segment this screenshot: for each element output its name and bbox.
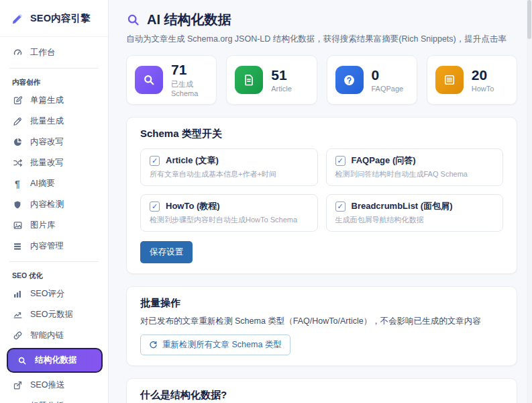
stat-value: 51 [271, 68, 292, 83]
sidebar-item-content-check[interactable]: 内容检测 [0, 194, 108, 215]
divider [9, 68, 99, 69]
search-icon [135, 66, 163, 94]
sidebar-item-smart-links[interactable]: 智能内链 [0, 325, 108, 346]
section-label-seo: SEO 优化 [0, 267, 108, 283]
toggle-article: Article (文章) 所有文章自动生成基本信息+作者+时间 [140, 148, 318, 186]
sidebar-item-seo-metadata[interactable]: SEO元数据 [0, 304, 108, 325]
scrollbar-thumb[interactable] [527, 0, 531, 39]
stat-value: 20 [472, 68, 494, 83]
toggle-label: HowTo (教程) [166, 201, 220, 212]
pencil-icon [11, 12, 24, 25]
sidebar-item-structured-data[interactable]: 结构化数据 [7, 348, 103, 373]
schema-switches-title: Schema 类型开关 [140, 128, 503, 140]
checkbox-checked-icon[interactable] [150, 202, 160, 212]
toggle-label: Article (文章) [166, 155, 219, 166]
schema-switches-card: Schema 类型开关 Article (文章) 所有文章自动生成基本信息+作者… [126, 117, 517, 274]
sidebar-item-image-library[interactable]: 图片库 [0, 215, 108, 236]
search-icon [17, 356, 28, 365]
shield-icon [12, 200, 23, 210]
sidebar-item-batch-rewrite[interactable]: 批量改写 [0, 152, 108, 173]
file-icon [235, 66, 263, 94]
link-icon [12, 330, 23, 341]
line-chart-icon [12, 310, 23, 320]
stat-card-schema: 71 已生成Schema [126, 55, 217, 105]
stat-label: 已生成Schema [171, 79, 208, 97]
sidebar-item-label: AI摘要 [30, 178, 55, 189]
page-subtitle: 自动为文章生成 Schema.org JSON-LD 结构化数据，获得搜索结果富… [126, 34, 517, 45]
toggle-desc: 检测到步骤型内容时自动生成HowTo Schema [150, 215, 309, 225]
sidebar-item-label: 标题分析 [30, 400, 64, 403]
checkbox-checked-icon[interactable] [335, 156, 345, 166]
list-icon [12, 242, 23, 251]
batch-operations-card: 批量操作 对已发布的文章重新检测 Schema 类型（FAQ/HowTo/Art… [126, 286, 517, 366]
sidebar-item-label: 工作台 [30, 47, 56, 58]
refresh-icon [149, 341, 158, 349]
toggle-desc: 生成面包屑导航结构化数据 [335, 215, 494, 225]
scrollbar-track[interactable] [527, 0, 532, 403]
pilcrow-icon: ¶ [12, 179, 23, 189]
stat-card-article: 51 Article [226, 55, 317, 105]
stat-card-howto: 20 HowTo [427, 55, 517, 105]
redetect-schema-button[interactable]: 重新检测所有文章 Schema 类型 [140, 334, 290, 355]
shuffle-icon [12, 158, 23, 168]
image-icon [12, 220, 23, 230]
save-settings-button[interactable]: 保存设置 [140, 241, 193, 263]
stat-label: FAQPage [372, 85, 404, 93]
sidebar-item-label: 图片库 [30, 220, 56, 231]
toggle-label: FAQPage (问答) [352, 155, 416, 166]
howto-list-icon [435, 66, 464, 94]
sidebar-item-batch-generate[interactable]: 批量生成 [0, 111, 108, 132]
page-title-row: AI 结构化数据 [126, 11, 517, 29]
sidebar-item-label: 内容检测 [30, 199, 64, 210]
sidebar-item-label: SEO元数据 [30, 309, 73, 320]
sidebar-item-ai-summary[interactable]: ¶ AI摘要 [0, 173, 108, 194]
toggle-desc: 检测到问答结构时自动生成FAQ Schema [335, 169, 494, 179]
stat-label: HowTo [472, 85, 494, 93]
sidebar-item-seo-push[interactable]: SEO推送 [0, 375, 108, 396]
toggle-breadcrumblist: BreadcrumbList (面包屑) 生成面包屑导航结构化数据 [326, 194, 504, 232]
sidebar-item-content-manage[interactable]: 内容管理 [0, 236, 108, 257]
stat-card-faqpage: 0 FAQPage [327, 55, 417, 105]
gauge-icon [12, 48, 23, 58]
stats-row: 71 已生成Schema 51 Article 0 FAQPage [126, 55, 517, 105]
sidebar-item-label: 结构化数据 [35, 355, 77, 366]
sidebar-item-single-generate[interactable]: 单篇生成 [0, 90, 108, 111]
stat-value: 71 [171, 62, 208, 77]
share-icon [12, 380, 23, 390]
section-label-content: 内容创作 [0, 73, 108, 90]
toggle-label: BreadcrumbList (面包屑) [352, 201, 453, 212]
sidebar-nav: 工作台 内容创作 单篇生成 批量生成 内容改写 批量改写 [0, 37, 108, 403]
sidebar-item-label: 批量改写 [30, 157, 64, 169]
sidebar-item-label: SEO推送 [30, 379, 64, 391]
toggle-desc: 所有文章自动生成基本信息+作者+时间 [150, 169, 309, 179]
sidebar-item-label: 内容管理 [30, 240, 64, 252]
pie-icon [12, 137, 23, 147]
sidebar: SEO内容引擎 工作台 内容创作 单篇生成 批量生成 内容 [0, 0, 109, 403]
sidebar-item-label: 单篇生成 [30, 95, 64, 106]
bar-chart-icon [12, 289, 23, 299]
batch-title: 批量操作 [140, 297, 503, 310]
pen-square-icon [12, 95, 23, 105]
sidebar-item-workspace[interactable]: 工作台 [0, 42, 108, 63]
about-structured-data-card: 什么是结构化数据? 结构化数据(Structured Data)是一种让搜索引擎… [126, 378, 517, 403]
checkbox-checked-icon[interactable] [335, 202, 345, 212]
sidebar-item-label: 智能内链 [30, 330, 64, 341]
sidebar-item-label: 内容改写 [30, 136, 64, 148]
stat-value: 0 [372, 68, 404, 83]
stat-label: Article [271, 85, 292, 93]
toggle-faqpage: FAQPage (问答) 检测到问答结构时自动生成FAQ Schema [326, 148, 504, 186]
redetect-schema-label: 重新检测所有文章 Schema 类型 [162, 339, 282, 351]
main-content: AI 结构化数据 自动为文章生成 Schema.org JSON-LD 结构化数… [109, 0, 532, 403]
sidebar-item-label: SEO评分 [30, 288, 64, 300]
sidebar-item-title-analysis[interactable]: H 标题分析 [0, 396, 108, 403]
sidebar-item-seo-score[interactable]: SEO评分 [0, 283, 108, 304]
app-title: SEO内容引擎 [30, 12, 91, 25]
pencil-icon [12, 116, 23, 126]
search-icon [126, 13, 140, 27]
batch-desc: 对已发布的文章重新检测 Schema 类型（FAQ/HowTo/Article）… [140, 316, 503, 327]
sidebar-item-label: 批量生成 [30, 116, 64, 127]
app-logo[interactable]: SEO内容引擎 [0, 0, 108, 37]
checkbox-checked-icon[interactable] [150, 156, 160, 166]
sidebar-item-content-rewrite[interactable]: 内容改写 [0, 132, 108, 152]
toggle-grid: Article (文章) 所有文章自动生成基本信息+作者+时间 FAQPage … [140, 148, 503, 232]
